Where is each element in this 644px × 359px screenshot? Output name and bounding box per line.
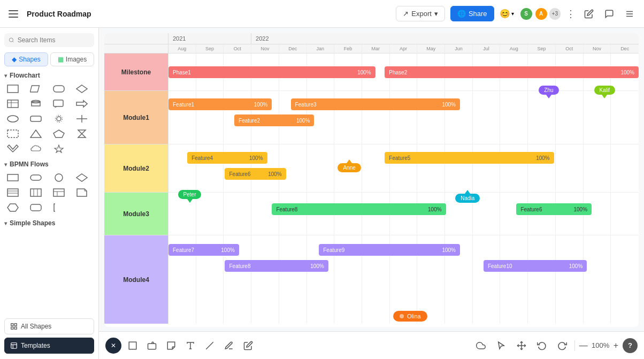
bpmn-circle[interactable]	[50, 171, 67, 184]
svg-marker-32	[76, 174, 87, 181]
bpmn-diamond[interactable]	[73, 171, 90, 184]
shape-arrow-right[interactable]	[73, 97, 90, 110]
bpmn-table1[interactable]	[4, 186, 21, 199]
gantt-bar-phase1[interactable]: Phase1 100%	[168, 66, 375, 78]
container-tool[interactable]	[144, 338, 160, 354]
shape-chevron-down[interactable]	[4, 142, 21, 155]
shape-rounded-rect2[interactable]	[27, 112, 44, 125]
simple-shapes-section-header[interactable]: ▾ Simple Shapes	[4, 219, 94, 227]
svg-rect-39	[53, 189, 64, 196]
tab-shapes[interactable]: ◆ Shapes	[4, 52, 48, 66]
more-options-icon[interactable]: ⋮	[566, 8, 576, 20]
cursor-tool[interactable]	[493, 338, 509, 354]
sidebar: ◆ Shapes ▦ Images ▾ Flowchart	[0, 28, 99, 359]
bpmn-table3[interactable]	[50, 186, 67, 199]
chevron-down-icon: ▾	[434, 10, 438, 18]
bpmn-rounded-rect3[interactable]	[27, 201, 44, 214]
chevron-down-icon: ▾	[511, 11, 514, 17]
svg-rect-18	[30, 116, 41, 121]
cloud-save-icon[interactable]	[473, 338, 489, 354]
chat-icon[interactable]	[601, 6, 617, 22]
svg-rect-46	[11, 324, 13, 326]
pen-tool[interactable]	[221, 338, 237, 354]
chevron-down-icon: ▾	[4, 220, 7, 226]
shape-gear[interactable]	[50, 112, 67, 125]
avatar-kalif: Kalif	[594, 86, 615, 98]
zoom-in-button[interactable]: +	[614, 341, 618, 350]
zoom-out-button[interactable]: —	[579, 341, 588, 350]
svg-marker-55	[167, 342, 175, 349]
gantt-bar-feature2[interactable]: Feature2 100%	[234, 114, 314, 126]
shape-triangle[interactable]	[27, 127, 44, 140]
redo-button[interactable]	[554, 338, 570, 354]
line-tool[interactable]	[202, 338, 218, 354]
gantt-bar-phase2[interactable]: Phase2 100%	[385, 66, 639, 78]
shape-cylinder[interactable]	[27, 97, 44, 110]
export-icon: ↗	[403, 10, 409, 18]
template-icon	[10, 342, 18, 349]
header-right-actions	[581, 6, 638, 22]
shape-cloud[interactable]	[27, 142, 44, 155]
gantt-bar-feature8[interactable]: Feature8 100%	[272, 203, 446, 215]
gantt-bar-feature5[interactable]: Feature5 100%	[385, 152, 554, 164]
help-button[interactable]: ?	[623, 338, 638, 353]
shape-parallelogram[interactable]	[27, 82, 44, 95]
gantt-bar-feature7[interactable]: Feature7 100%	[168, 244, 239, 256]
templates-button[interactable]: Templates	[4, 338, 94, 354]
svg-rect-49	[14, 327, 17, 329]
close-tool-button[interactable]: ✕	[105, 338, 121, 354]
shape-table[interactable]	[4, 97, 21, 110]
shape-callout[interactable]	[50, 97, 67, 110]
search-input[interactable]	[18, 36, 90, 44]
main-layout: ◆ Shapes ▦ Images ▾ Flowchart	[0, 28, 644, 359]
undo-button[interactable]	[534, 338, 550, 354]
bpmn-stadium[interactable]	[27, 171, 44, 184]
svg-point-3	[9, 38, 13, 42]
frame-tool[interactable]	[125, 338, 141, 354]
bpmn-bracket[interactable]	[50, 201, 67, 214]
bpmn-rect[interactable]	[4, 171, 21, 184]
avatar: A	[534, 7, 548, 21]
flowchart-section-header[interactable]: ▾ Flowchart	[4, 72, 94, 79]
gantt-bar-feature3[interactable]: Feature3 100%	[291, 98, 460, 110]
shape-star[interactable]	[50, 142, 67, 155]
reaction-button[interactable]: 😊 ▾	[500, 9, 514, 19]
shape-cross[interactable]	[73, 112, 90, 125]
gantt-bar-feature6b[interactable]: Feature6 100%	[516, 203, 592, 215]
share-button[interactable]: 🌐 Share	[450, 6, 494, 21]
gantt-bar-feature10[interactable]: Feature10 100%	[484, 260, 587, 272]
gantt-bar-feature9[interactable]: Feature9 100%	[319, 244, 460, 256]
svg-point-17	[7, 116, 18, 122]
canvas-area[interactable]: 2021 2022 Aug Sep Oct Nov Dec Jan Feb Ma…	[99, 28, 644, 359]
gantt-bar-feature8b[interactable]: Feature8 100%	[225, 260, 328, 272]
gantt-bar-feature6[interactable]: Feature6 100%	[225, 168, 286, 180]
export-button[interactable]: ↗ Export ▾	[396, 6, 445, 21]
search-bar[interactable]	[4, 33, 94, 47]
bpmn-table2[interactable]	[27, 186, 44, 199]
gantt-bar-feature4[interactable]: Feature4 100%	[187, 152, 267, 164]
shape-diamond[interactable]	[73, 82, 90, 95]
shape-oval[interactable]	[4, 112, 21, 125]
highlighter-tool[interactable]	[240, 338, 256, 354]
shape-pentagon[interactable]	[50, 127, 67, 140]
year-2021: 2021	[168, 33, 251, 44]
shape-rect[interactable]	[4, 82, 21, 95]
sticky-note-tool[interactable]	[163, 338, 179, 354]
move-tool[interactable]	[513, 338, 530, 354]
tab-images[interactable]: ▦ Images	[50, 52, 94, 66]
text-tool[interactable]	[182, 338, 198, 354]
all-shapes-button[interactable]: All Shapes	[4, 318, 94, 334]
bpmn-document[interactable]	[73, 186, 90, 199]
gantt-row-module1: Feature1 100% Feature3 100% Feature2 100…	[168, 91, 639, 144]
bpmn-shapes	[4, 171, 94, 214]
gantt-bar-feature1[interactable]: Feature1 100%	[168, 98, 272, 110]
shape-hourglass[interactable]	[73, 127, 90, 140]
bpmn-hexagon[interactable]	[4, 201, 21, 214]
shape-rounded-rect[interactable]	[50, 82, 67, 95]
settings-icon[interactable]	[622, 6, 638, 22]
svg-marker-27	[7, 145, 18, 152]
edit-icon[interactable]	[581, 6, 597, 22]
shape-rect-outline[interactable]	[4, 127, 21, 140]
menu-icon[interactable]	[6, 6, 21, 21]
bpmn-section-header[interactable]: ▾ BPMN Flows	[4, 161, 94, 168]
